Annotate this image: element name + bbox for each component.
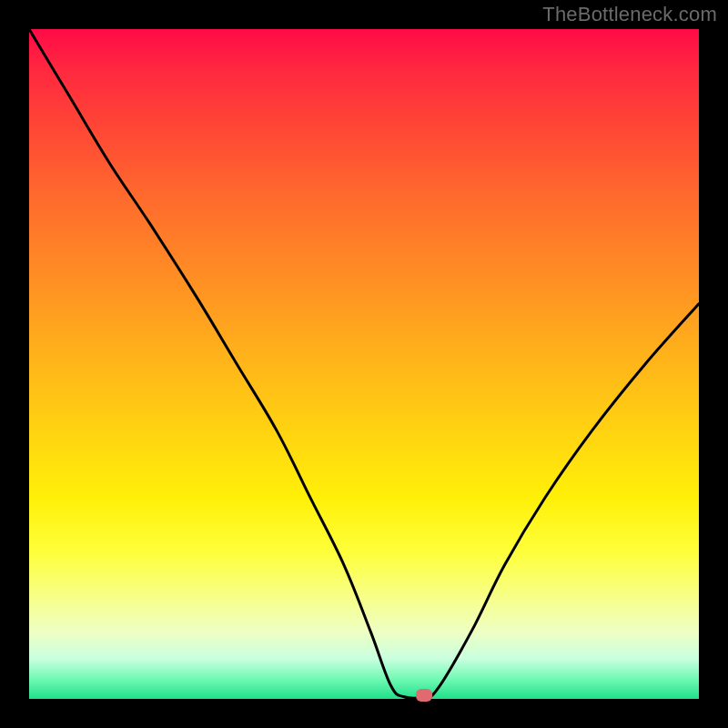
attribution-label: TheBottleneck.com [542,3,717,26]
plot-area [29,29,699,699]
chart-frame: TheBottleneck.com [0,0,728,728]
bottleneck-curve [29,29,699,699]
optimal-point-marker [416,689,432,702]
